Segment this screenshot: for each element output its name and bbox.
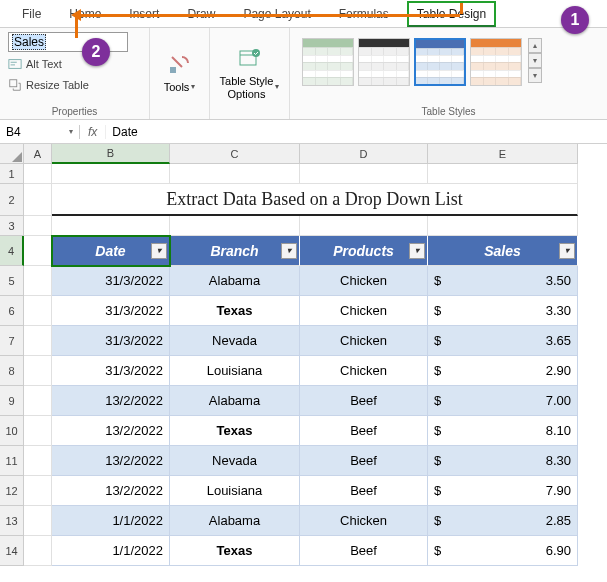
- table-cell-date[interactable]: 31/3/2022: [52, 326, 170, 356]
- table-cell-sales[interactable]: $7.00: [428, 386, 578, 416]
- tools-dropdown[interactable]: Tools▾: [158, 32, 201, 115]
- row-header-1[interactable]: 1: [0, 164, 24, 184]
- table-cell-date[interactable]: 31/3/2022: [52, 266, 170, 296]
- column-header-A[interactable]: A: [24, 144, 52, 164]
- row-header-3[interactable]: 3: [0, 216, 24, 236]
- resize-table-button[interactable]: Resize Table: [8, 76, 141, 94]
- row-header-14[interactable]: 14: [0, 536, 24, 566]
- cell[interactable]: [24, 506, 52, 536]
- alt-text-button[interactable]: Alt Text: [8, 55, 141, 73]
- table-cell-product[interactable]: Beef: [300, 386, 428, 416]
- cell[interactable]: [24, 476, 52, 506]
- cell[interactable]: [170, 216, 300, 236]
- row-header-7[interactable]: 7: [0, 326, 24, 356]
- column-header-E[interactable]: E: [428, 144, 578, 164]
- row-header-11[interactable]: 11: [0, 446, 24, 476]
- table-cell-product[interactable]: Beef: [300, 476, 428, 506]
- row-header-12[interactable]: 12: [0, 476, 24, 506]
- table-cell-branch[interactable]: Texas: [170, 416, 300, 446]
- select-all-corner[interactable]: [0, 144, 24, 164]
- cell[interactable]: [52, 164, 170, 184]
- table-cell-product[interactable]: Chicken: [300, 296, 428, 326]
- table-header-date[interactable]: Date▾: [52, 236, 170, 266]
- filter-dropdown-icon[interactable]: ▾: [409, 243, 425, 259]
- table-cell-sales[interactable]: $7.90: [428, 476, 578, 506]
- table-cell-branch[interactable]: Texas: [170, 536, 300, 566]
- cell[interactable]: [24, 236, 52, 266]
- table-cell-branch[interactable]: Alabama: [170, 506, 300, 536]
- table-name-input[interactable]: Sales: [8, 32, 128, 52]
- filter-dropdown-icon[interactable]: ▾: [559, 243, 575, 259]
- cell[interactable]: [24, 266, 52, 296]
- row-header-8[interactable]: 8: [0, 356, 24, 386]
- cell[interactable]: [24, 536, 52, 566]
- table-cell-product[interactable]: Chicken: [300, 356, 428, 386]
- table-cell-date[interactable]: 13/2/2022: [52, 446, 170, 476]
- row-header-6[interactable]: 6: [0, 296, 24, 326]
- fx-icon[interactable]: fx: [80, 125, 106, 139]
- cell[interactable]: [24, 356, 52, 386]
- table-cell-product[interactable]: Beef: [300, 416, 428, 446]
- cell[interactable]: [428, 164, 578, 184]
- table-style-options-dropdown[interactable]: Table Style Options▾: [218, 32, 281, 115]
- table-style-swatch[interactable]: [470, 38, 522, 86]
- table-header-products[interactable]: Products▾: [300, 236, 428, 266]
- tab-file[interactable]: File: [12, 1, 51, 27]
- table-cell-sales[interactable]: $2.90: [428, 356, 578, 386]
- cell[interactable]: [24, 386, 52, 416]
- filter-dropdown-icon[interactable]: ▾: [281, 243, 297, 259]
- table-cell-product[interactable]: Chicken: [300, 266, 428, 296]
- cell[interactable]: [24, 296, 52, 326]
- table-header-branch[interactable]: Branch▾: [170, 236, 300, 266]
- column-header-C[interactable]: C: [170, 144, 300, 164]
- cell[interactable]: [24, 164, 52, 184]
- table-cell-date[interactable]: 13/2/2022: [52, 386, 170, 416]
- table-cell-branch[interactable]: Texas: [170, 296, 300, 326]
- table-cell-branch[interactable]: Alabama: [170, 266, 300, 296]
- cell[interactable]: [52, 216, 170, 236]
- table-cell-sales[interactable]: $3.30: [428, 296, 578, 326]
- cell[interactable]: [428, 216, 578, 236]
- table-cell-sales[interactable]: $3.65: [428, 326, 578, 356]
- table-style-swatch[interactable]: [414, 38, 466, 86]
- cell[interactable]: [24, 416, 52, 446]
- table-cell-branch[interactable]: Nevada: [170, 326, 300, 356]
- name-box[interactable]: B4 ▾: [0, 125, 80, 139]
- table-cell-sales[interactable]: $2.85: [428, 506, 578, 536]
- table-cell-date[interactable]: 1/1/2022: [52, 536, 170, 566]
- row-header-2[interactable]: 2: [0, 184, 24, 216]
- table-cell-product[interactable]: Beef: [300, 446, 428, 476]
- cell[interactable]: [24, 216, 52, 236]
- row-header-4[interactable]: 4: [0, 236, 24, 266]
- cell[interactable]: [24, 446, 52, 476]
- row-header-10[interactable]: 10: [0, 416, 24, 446]
- row-header-13[interactable]: 13: [0, 506, 24, 536]
- table-style-swatch[interactable]: [302, 38, 354, 86]
- table-cell-sales[interactable]: $6.90: [428, 536, 578, 566]
- table-cell-product[interactable]: Beef: [300, 536, 428, 566]
- table-cell-sales[interactable]: $8.10: [428, 416, 578, 446]
- filter-dropdown-icon[interactable]: ▾: [151, 243, 167, 259]
- table-cell-sales[interactable]: $8.30: [428, 446, 578, 476]
- gallery-scroll[interactable]: ▴▾▾: [528, 38, 542, 83]
- table-cell-sales[interactable]: $3.50: [428, 266, 578, 296]
- row-header-5[interactable]: 5: [0, 266, 24, 296]
- table-cell-product[interactable]: Chicken: [300, 326, 428, 356]
- table-cell-date[interactable]: 1/1/2022: [52, 506, 170, 536]
- formula-value[interactable]: Date: [106, 125, 143, 139]
- table-header-sales[interactable]: Sales▾: [428, 236, 578, 266]
- column-header-D[interactable]: D: [300, 144, 428, 164]
- cell[interactable]: [170, 164, 300, 184]
- table-cell-date[interactable]: 13/2/2022: [52, 416, 170, 446]
- column-header-B[interactable]: B: [52, 144, 170, 164]
- cell[interactable]: [300, 164, 428, 184]
- table-cell-branch[interactable]: Nevada: [170, 446, 300, 476]
- cell[interactable]: [24, 326, 52, 356]
- table-cell-branch[interactable]: Louisiana: [170, 356, 300, 386]
- cell[interactable]: [24, 184, 52, 216]
- table-cell-product[interactable]: Chicken: [300, 506, 428, 536]
- table-style-swatch[interactable]: [358, 38, 410, 86]
- cell[interactable]: [300, 216, 428, 236]
- table-cell-branch[interactable]: Alabama: [170, 386, 300, 416]
- row-header-9[interactable]: 9: [0, 386, 24, 416]
